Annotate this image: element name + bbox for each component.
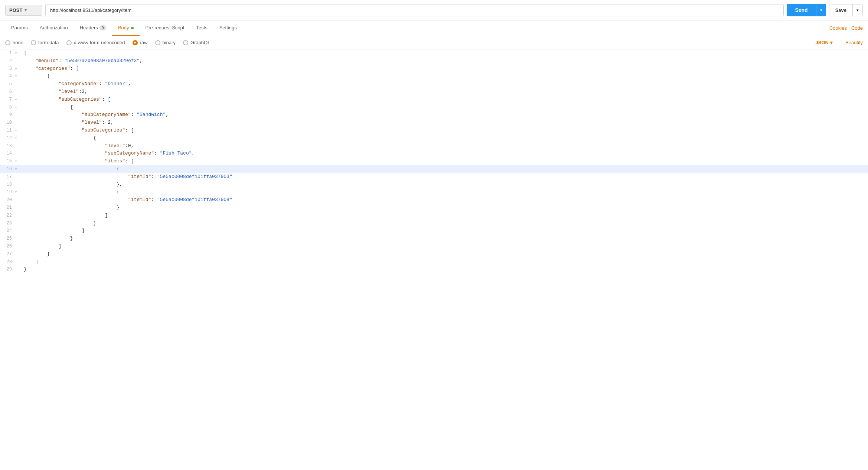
line-arrow <box>15 181 21 189</box>
method-select[interactable]: POST ▾ <box>5 5 42 16</box>
line-number: 13 <box>0 142 15 150</box>
line-arrow[interactable]: ▾ <box>15 104 21 111</box>
line-content: "level":0, <box>21 142 868 150</box>
radio-none[interactable]: none <box>5 40 23 45</box>
radio-binary[interactable]: binary <box>155 40 176 45</box>
code-editor[interactable]: 1▾{2 "menuId": "5e597a2be08a070bab329ef3… <box>0 49 868 470</box>
line-content: { <box>21 165 868 173</box>
line-arrow <box>15 57 21 65</box>
save-button[interactable]: Save <box>829 4 852 16</box>
line-arrow[interactable]: ▾ <box>15 134 21 142</box>
line-arrow <box>15 196 21 204</box>
save-dropdown-button[interactable]: ▾ <box>852 4 862 16</box>
line-arrow[interactable]: ▾ <box>15 158 21 165</box>
line-arrow[interactable]: ▾ <box>15 96 21 104</box>
line-content: "categories": [ <box>21 65 868 73</box>
line-arrow[interactable]: ▾ <box>15 72 21 80</box>
code-line-10: 10 "level": 2, <box>0 119 868 127</box>
line-arrow <box>15 111 21 119</box>
line-number: 12 <box>0 134 15 142</box>
code-line-11: 11▾ "subCategories": [ <box>0 127 868 134</box>
send-btn-group: Send ▾ <box>787 4 826 16</box>
headers-badge: 9 <box>99 25 106 30</box>
line-content: "itemId": "5e5ac0008def101ffa037908" <box>21 196 868 204</box>
send-dropdown-button[interactable]: ▾ <box>816 4 826 16</box>
line-content: { <box>21 134 868 142</box>
line-arrow[interactable]: ▾ <box>15 188 21 196</box>
body-options-bar: none form-data x-www-form-urlencoded raw… <box>0 36 868 49</box>
line-arrow <box>15 80 21 88</box>
line-arrow <box>15 258 21 266</box>
beautify-button[interactable]: Beautify <box>845 40 863 45</box>
line-number: 29 <box>0 266 15 273</box>
code-line-12: 12▾ { <box>0 134 868 142</box>
line-content: { <box>21 49 868 57</box>
line-number: 11 <box>0 127 15 134</box>
radio-binary-circle <box>155 40 160 45</box>
line-content: ] <box>21 243 868 250</box>
line-arrow <box>15 150 21 158</box>
line-arrow <box>15 88 21 96</box>
tab-params[interactable]: Params <box>5 20 34 36</box>
tab-pre-request-script[interactable]: Pre-request Script <box>140 20 190 36</box>
code-line-25: 25 } <box>0 235 868 243</box>
tab-body[interactable]: Body <box>112 20 140 36</box>
code-line-16: 16▾ { <box>0 165 868 173</box>
line-content: ] <box>21 258 868 266</box>
line-number: 4 <box>0 72 15 80</box>
code-line-27: 27 } <box>0 250 868 258</box>
line-number: 9 <box>0 111 15 119</box>
top-bar: POST ▾ Send ▾ Save ▾ <box>0 0 868 20</box>
line-content: "subCategoryName": "Fish Taco", <box>21 150 868 158</box>
json-format-select[interactable]: JSON ▾ <box>816 40 833 45</box>
line-arrow[interactable]: ▾ <box>15 165 21 173</box>
code-line-20: 20 "itemId": "5e5ac0008def101ffa037908" <box>0 196 868 204</box>
line-arrow <box>15 220 21 227</box>
code-line-26: 26 ] <box>0 243 868 250</box>
line-arrow <box>15 119 21 127</box>
radio-urlencoded[interactable]: x-www-form-urlencoded <box>66 40 125 45</box>
send-button[interactable]: Send <box>787 4 816 16</box>
line-number: 10 <box>0 119 15 127</box>
tab-authorization[interactable]: Authorization <box>34 20 74 36</box>
tabs-bar: Params Authorization Headers9 Body Pre-r… <box>0 20 868 36</box>
line-number: 15 <box>0 158 15 165</box>
line-arrow[interactable]: ▾ <box>15 49 21 57</box>
line-number: 19 <box>0 188 15 196</box>
radio-graphql[interactable]: GraphQL <box>183 40 210 45</box>
code-line-23: 23 } <box>0 220 868 227</box>
code-line-14: 14 "subCategoryName": "Fish Taco", <box>0 150 868 158</box>
code-line-19: 19▾ { <box>0 188 868 196</box>
code-link[interactable]: Code <box>851 25 863 31</box>
cookies-link[interactable]: Cookies <box>829 25 847 31</box>
line-number: 22 <box>0 212 15 220</box>
line-content: "level":2, <box>21 88 868 96</box>
code-line-22: 22 ] <box>0 212 868 220</box>
code-line-29: 29} <box>0 266 868 273</box>
radio-form-data[interactable]: form-data <box>31 40 59 45</box>
line-number: 8 <box>0 104 15 111</box>
radio-raw[interactable]: raw <box>133 40 148 45</box>
code-line-17: 17 "itemId": "5e5ac0008def101ffa037903" <box>0 173 868 181</box>
line-arrow[interactable]: ▾ <box>15 65 21 73</box>
app-container: POST ▾ Send ▾ Save ▾ Params Authorizatio… <box>0 0 868 470</box>
radio-form-data-circle <box>31 40 36 45</box>
save-btn-group: Save ▾ <box>829 4 863 16</box>
tab-tests[interactable]: Tests <box>190 20 213 36</box>
line-number: 20 <box>0 196 15 204</box>
tab-settings[interactable]: Settings <box>213 20 243 36</box>
line-arrow <box>15 243 21 250</box>
line-number: 21 <box>0 204 15 212</box>
line-number: 27 <box>0 250 15 258</box>
url-input[interactable] <box>45 4 784 16</box>
radio-raw-circle <box>133 40 138 45</box>
line-arrow[interactable]: ▾ <box>15 127 21 134</box>
line-number: 17 <box>0 173 15 181</box>
tab-headers[interactable]: Headers9 <box>74 20 112 36</box>
line-number: 5 <box>0 80 15 88</box>
line-content: }, <box>21 181 868 189</box>
json-dropdown-arrow: ▾ <box>830 40 833 45</box>
radio-urlencoded-circle <box>66 40 72 45</box>
line-content: { <box>21 72 868 80</box>
line-number: 7 <box>0 96 15 104</box>
